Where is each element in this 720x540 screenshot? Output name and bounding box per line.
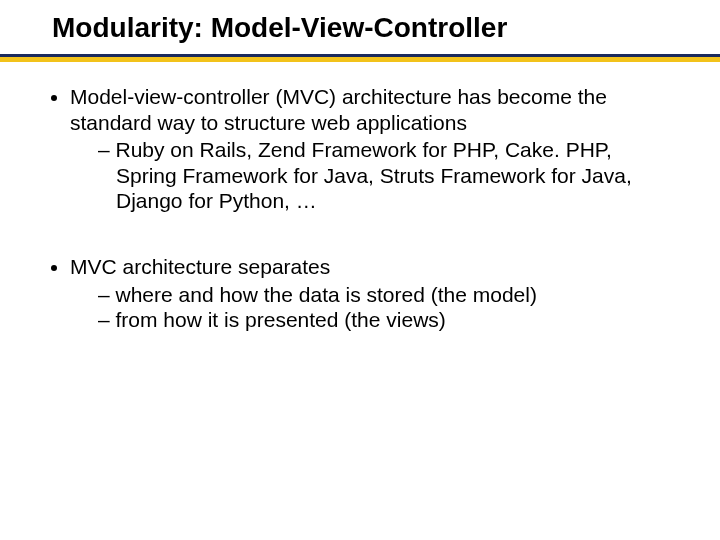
bullet-list: Model-view-controller (MVC) architecture… (48, 84, 672, 333)
title-area: Modularity: Model-View-Controller (0, 0, 720, 50)
sub-bullet-list: Ruby on Rails, Zend Framework for PHP, C… (70, 137, 672, 214)
spacer (70, 242, 672, 254)
slide-title: Modularity: Model-View-Controller (52, 12, 720, 50)
sub-bullet-text: from how it is presented (the views) (116, 308, 446, 331)
bullet-text: MVC architecture separates (70, 255, 330, 278)
bullet-item: MVC architecture separates where and how… (70, 254, 672, 333)
slide: Modularity: Model-View-Controller Model-… (0, 0, 720, 540)
title-rule-yellow (0, 57, 720, 62)
sub-bullet-item: where and how the data is stored (the mo… (98, 282, 672, 308)
bullet-item: Model-view-controller (MVC) architecture… (70, 84, 672, 214)
bullet-text: Model-view-controller (MVC) architecture… (70, 85, 607, 134)
sub-bullet-item: from how it is presented (the views) (98, 307, 672, 333)
sub-bullet-item: Ruby on Rails, Zend Framework for PHP, C… (98, 137, 672, 214)
slide-body: Model-view-controller (MVC) architecture… (0, 50, 720, 333)
sub-bullet-text: Ruby on Rails, Zend Framework for PHP, C… (116, 138, 632, 212)
sub-bullet-text: where and how the data is stored (the mo… (116, 283, 537, 306)
sub-bullet-list: where and how the data is stored (the mo… (70, 282, 672, 333)
